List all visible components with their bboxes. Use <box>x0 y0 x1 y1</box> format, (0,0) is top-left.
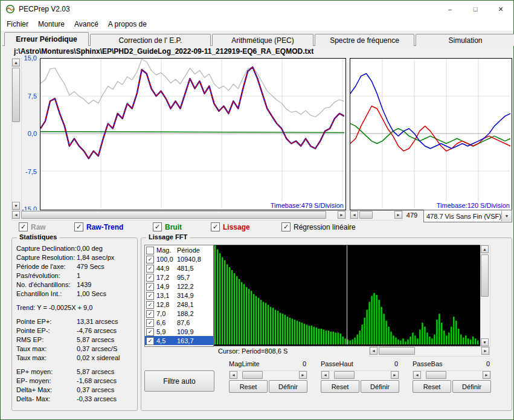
fft-list-row-2[interactable]: ✓17,295,7 <box>145 273 213 282</box>
scrollbar-thumb[interactable] <box>481 254 489 297</box>
reset-button-2[interactable]: Reset <box>413 380 451 393</box>
scrollbar-thumb[interactable] <box>12 68 20 122</box>
checkbox-icon[interactable]: ✓ <box>74 222 83 231</box>
scrollbar-slider-2[interactable]: ◄► <box>413 370 491 381</box>
scroll-left-icon[interactable]: ◄ <box>413 371 421 379</box>
checkbox-icon[interactable]: ✓ <box>19 222 28 231</box>
define-button-2[interactable]: Définir <box>452 380 491 393</box>
scrollbar-track[interactable] <box>12 66 21 202</box>
scroll-up-icon[interactable]: ▲ <box>12 59 20 66</box>
scrollbar-thumb[interactable] <box>379 347 415 355</box>
scroll-left-icon[interactable]: ◄ <box>350 211 358 219</box>
series-toggle-3[interactable]: ✓Lissage <box>211 222 250 231</box>
scrollbar-track[interactable] <box>329 371 391 380</box>
scrollbar-track[interactable] <box>421 371 483 380</box>
stats-rows: Capture Declination:0,00 degCapture Reso… <box>16 244 133 404</box>
scrollbar-thumb[interactable] <box>21 211 326 219</box>
scrollbar-thumb[interactable] <box>334 371 355 379</box>
checkbox-icon[interactable]: ✓ <box>146 283 154 291</box>
scrollbar-right-horizontal[interactable]: ◄► <box>350 210 403 221</box>
scroll-left-icon[interactable]: ◄ <box>12 211 20 219</box>
scrollbar-track[interactable] <box>358 211 394 220</box>
scroll-left-icon[interactable]: ◄ <box>230 371 237 379</box>
scroll-right-icon[interactable]: ► <box>391 371 399 379</box>
scroll-right-icon[interactable]: ► <box>338 211 345 219</box>
fft-list-row-7[interactable]: ✓6,687,6 <box>145 318 213 327</box>
minimize-button[interactable]: – <box>437 1 463 18</box>
fft-list-row-5[interactable]: ✓12,8248,1 <box>145 300 213 309</box>
close-button[interactable]: ✕ <box>488 1 513 18</box>
checkbox-icon[interactable]: ✓ <box>153 222 162 231</box>
auto-filter-button[interactable]: Filtre auto <box>144 370 214 392</box>
series-toggle-1[interactable]: ✓Raw-Trend <box>74 222 123 231</box>
axis-period-combobox[interactable]: 478.7 Vis Sans Fin (VSF) ▼ <box>423 210 512 222</box>
checkbox-icon[interactable]: ✓ <box>281 222 291 231</box>
define-button-0[interactable]: Définir <box>269 380 307 393</box>
scrollbar-thumb[interactable] <box>359 211 373 219</box>
scrollbar-slider-1[interactable]: ◄► <box>321 370 399 381</box>
checkbox-icon[interactable]: ✓ <box>211 222 220 231</box>
fft-list-row-9[interactable]: ✓4,5163,7 <box>145 336 213 345</box>
fft-list-row-0[interactable]: ✓100,010940,8 <box>145 254 213 263</box>
checkbox-icon[interactable]: ✓ <box>146 328 154 336</box>
fft-list-row-3[interactable]: ✓14,9122,2 <box>145 282 213 291</box>
checkbox-icon[interactable]: ✓ <box>146 292 154 300</box>
scroll-up-icon[interactable]: ▲ <box>481 245 489 253</box>
scrollbar-track[interactable] <box>20 211 338 220</box>
scroll-right-icon[interactable]: ► <box>483 371 490 379</box>
smoothed-chart[interactable]: Timebase:120 S/Division <box>350 58 512 210</box>
tab-3[interactable]: Spectre de fréquence <box>315 34 414 46</box>
menu-item-3[interactable]: A propos de <box>103 18 152 30</box>
scroll-right-icon[interactable]: ► <box>481 347 489 355</box>
menu-item-1[interactable]: Monture <box>33 18 69 30</box>
series-toggle-2[interactable]: ✓Bruit <box>153 222 182 231</box>
main-chart[interactable]: Timebase:479 S/Division <box>40 58 346 210</box>
menu-item-2[interactable]: Avancé <box>69 18 103 30</box>
series-toggle-4[interactable]: ✓Régression linéaire <box>281 222 356 231</box>
checkbox-icon[interactable]: ✓ <box>146 310 154 318</box>
scrollbar-main-horizontal[interactable]: ◄► <box>11 210 346 221</box>
fft-list-row-6[interactable]: ✓7,0188,2 <box>145 309 213 318</box>
checkbox-icon[interactable]: ✓ <box>146 274 154 282</box>
tab-4[interactable]: Simulation <box>416 34 514 46</box>
checkbox-icon[interactable]: ✓ <box>146 301 154 309</box>
fft-list-header[interactable]: Mag. Période <box>145 245 213 254</box>
checkbox-icon[interactable]: ✓ <box>146 265 154 273</box>
checkbox-icon[interactable]: ✓ <box>146 337 154 345</box>
fft-spectrum[interactable] <box>214 245 481 346</box>
scroll-right-icon[interactable]: ► <box>299 371 307 379</box>
scrollbar-thumb[interactable] <box>242 371 263 379</box>
reset-button-1[interactable]: Reset <box>321 380 359 393</box>
scroll-left-icon[interactable]: ◄ <box>321 371 329 379</box>
scrollbar-fft-vertical[interactable]: ▲▼ <box>480 245 490 347</box>
tab-0[interactable]: Erreur Périodique <box>4 32 89 46</box>
select-all-checkbox[interactable] <box>146 247 154 254</box>
combo-dropdown-icon[interactable]: ▼ <box>501 211 512 221</box>
scroll-right-icon[interactable]: ► <box>394 211 402 219</box>
fft-list-row-1[interactable]: ✓44,9481,5 <box>145 263 213 273</box>
scroll-down-icon[interactable]: ▼ <box>12 202 20 210</box>
title-bar[interactable]: PECPrep V2.03 – □ ✕ <box>1 1 513 18</box>
scrollbar-track[interactable] <box>377 347 481 356</box>
window-controls: – □ ✕ <box>437 1 513 18</box>
scroll-left-icon[interactable]: ◄ <box>370 347 377 355</box>
scrollbar-main-vertical[interactable]: ▲▼ <box>11 58 22 210</box>
scrollbar-track[interactable] <box>237 371 299 380</box>
maximize-button[interactable]: □ <box>463 1 488 18</box>
tab-1[interactable]: Correction de l' E.P. <box>90 34 211 46</box>
fft-list-row-8[interactable]: ✓5,9109,9 <box>145 327 213 336</box>
menu-item-0[interactable]: Fichier <box>2 18 33 30</box>
menu-bar: FichierMontureAvancéA propos de <box>1 18 513 31</box>
scrollbar-thumb[interactable] <box>426 371 446 379</box>
checkbox-icon[interactable]: ✓ <box>146 256 154 263</box>
fft-list-row-4[interactable]: ✓13,1314,9 <box>145 291 213 300</box>
define-button-1[interactable]: Définir <box>361 380 399 393</box>
reset-button-0[interactable]: Reset <box>229 380 268 393</box>
series-toggle-0[interactable]: ✓Raw <box>19 222 46 231</box>
checkbox-icon[interactable]: ✓ <box>146 319 154 327</box>
scrollbar-slider-0[interactable]: ◄► <box>229 370 307 381</box>
scroll-down-icon[interactable]: ▼ <box>481 338 489 346</box>
scrollbar-fft-horizontal[interactable]: ◄► <box>369 346 490 357</box>
scrollbar-track[interactable] <box>481 253 490 338</box>
tab-2[interactable]: Arithmétique (PEC) <box>212 34 313 46</box>
